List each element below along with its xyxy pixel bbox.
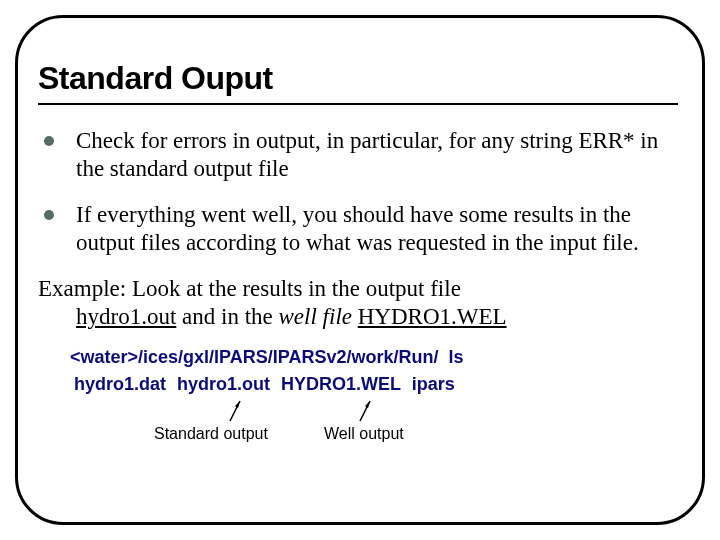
- slide-content: Standard Ouput Check for errors in outpu…: [38, 60, 682, 449]
- file-item: hydro1.out: [177, 374, 270, 394]
- bullet-text: Check for errors in output, in particula…: [76, 127, 682, 183]
- example-mid: and in the: [176, 304, 278, 329]
- svg-marker-1: [235, 401, 240, 408]
- bullet-text: If everything went well, you should have…: [76, 201, 682, 257]
- command-path: <water>/ices/gxl/IPARS/IPARSv2/work/Run/: [70, 347, 438, 367]
- annotation-well-output: Well output: [324, 425, 404, 443]
- example-file2: HYDRO1.WEL: [358, 304, 507, 329]
- bullet-item: Check for errors in output, in particula…: [44, 127, 682, 183]
- arrow-icon: [356, 399, 357, 400]
- title-block: Standard Ouput: [38, 60, 682, 105]
- file-item: hydro1.dat: [74, 374, 166, 394]
- slide-title: Standard Ouput: [38, 60, 682, 103]
- example-lead: Example:: [38, 276, 126, 301]
- file-item: HYDRO1.WEL: [281, 374, 401, 394]
- svg-marker-3: [365, 401, 370, 408]
- example-line: Example: Look at the results in the outp…: [38, 275, 682, 331]
- command-line: <water>/ices/gxl/IPARS/IPARSv2/work/Run/…: [38, 347, 682, 368]
- annotation-standard-output: Standard output: [154, 425, 268, 443]
- example-file1: hydro1.out: [76, 304, 176, 329]
- bullet-dot-icon: [44, 136, 54, 146]
- example-wellfile-phrase: well file: [279, 304, 352, 329]
- file-item: ipars: [412, 374, 455, 394]
- bullet-item: If everything went well, you should have…: [44, 201, 682, 257]
- bullet-dot-icon: [44, 210, 54, 220]
- title-rule: [38, 103, 678, 105]
- file-listing: hydro1.dat hydro1.out HYDRO1.WEL ipars: [38, 374, 682, 395]
- arrow-icon: [226, 399, 227, 400]
- bullet-list: Check for errors in output, in particula…: [38, 127, 682, 257]
- command-ls: ls: [448, 347, 463, 367]
- annotation-row: Standard output Well output: [38, 399, 682, 449]
- example-body-pre: Look at the results in the output file: [126, 276, 461, 301]
